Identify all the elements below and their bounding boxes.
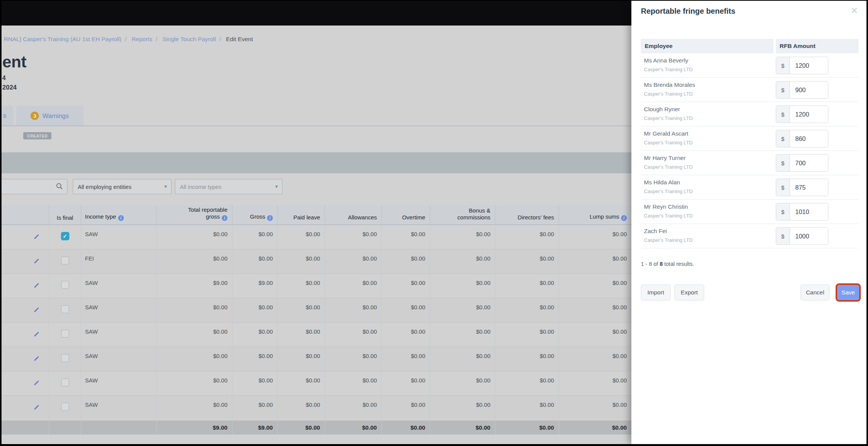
edit-row-button[interactable] <box>2 225 49 249</box>
rfb-table-body: Ms Anna Beverly Casper's Training LTD $ <box>641 53 858 248</box>
gross-cell: $0.00 <box>232 298 277 322</box>
employee-name: Mr Reyn Christin <box>644 203 774 210</box>
rfb-amount-cell: $ <box>776 78 858 102</box>
chevron-down-icon: ▾ <box>275 184 278 189</box>
gross-cell: $0.00 <box>232 249 277 273</box>
edit-row-button[interactable] <box>2 274 49 298</box>
is-final-checkbox[interactable]: ✓ <box>61 281 69 289</box>
rfb-amount-input[interactable] <box>790 155 828 171</box>
currency-prefix: $ <box>776 179 790 196</box>
bonus-commissions-cell: $0.00 <box>430 347 495 371</box>
header-is-final: Is final <box>49 205 81 224</box>
paid-leave-cell: $0.00 <box>277 347 325 371</box>
rfb-amount-input[interactable] <box>790 179 828 196</box>
paid-leave-cell: $0.00 <box>277 298 325 322</box>
rfb-amount-input[interactable] <box>790 130 828 147</box>
paid-leave-cell: $0.00 <box>277 323 325 347</box>
employee-company: Casper's Training LTD <box>644 91 774 97</box>
import-button[interactable]: Import <box>641 285 671 301</box>
info-icon[interactable]: i <box>621 215 627 221</box>
breadcrumb-link[interactable]: Reports <box>131 36 152 42</box>
rfb-amount-input[interactable] <box>790 106 828 123</box>
total-reportable-gross-cell: $0.00 <box>156 249 232 273</box>
overtime-cell: $0.00 <box>381 274 430 298</box>
bonus-commissions-cell: $0.00 <box>430 249 495 273</box>
rfb-amount-input-group: $ <box>776 203 828 221</box>
edit-row-button[interactable] <box>2 298 49 322</box>
bonus-commissions-total: $0.00 <box>430 420 495 435</box>
bonus-commissions-cell: $0.00 <box>430 298 495 322</box>
lump-sums-total: $0.00 <box>559 420 631 435</box>
employee-company: Casper's Training LTD <box>644 237 774 243</box>
employing-entities-dropdown[interactable]: All employing entities ▾ <box>73 179 171 194</box>
overtime-cell: $0.00 <box>381 249 430 273</box>
breadcrumb-link[interactable]: Single Touch Payroll <box>162 36 216 42</box>
lump-sums-cell: $0.00 <box>559 323 631 347</box>
breadcrumb-link[interactable]: RNAL] Casper's Training (AU 1st EH Payro… <box>4 36 122 42</box>
tab-bar: s 3 Warnings <box>2 106 631 126</box>
employee-name: Ms Hilda Alan <box>644 179 774 186</box>
edit-row-button[interactable] <box>2 323 49 347</box>
edit-row-button[interactable] <box>2 249 49 273</box>
rfb-amount-cell: $ <box>776 126 858 150</box>
is-final-cell: ✓ <box>49 274 81 298</box>
bonus-commissions-cell: $0.00 <box>430 323 495 347</box>
is-final-checkbox[interactable]: ✓ <box>61 305 69 313</box>
gross-cell: $0.00 <box>232 396 277 420</box>
total-reportable-gross-cell: $9.00 <box>156 274 232 298</box>
header-gross: Grossi <box>232 205 277 224</box>
warnings-count-badge: 3 <box>30 112 39 120</box>
cancel-button[interactable]: Cancel <box>801 285 830 301</box>
breadcrumb-link[interactable]: Edit Event <box>226 36 253 42</box>
employee-company: Casper's Training LTD <box>644 140 774 145</box>
rfb-amount-input[interactable] <box>790 57 828 74</box>
export-button[interactable]: Export <box>674 285 704 301</box>
table-row: ✓ SAW $0.00 $0.00 $0.00 $0.00 $0.00 $0.0… <box>2 298 631 322</box>
employee-company: Casper's Training LTD <box>644 67 774 72</box>
currency-prefix: $ <box>776 106 790 123</box>
rfb-amount-input[interactable] <box>790 82 828 98</box>
directors-fees-cell: $0.00 <box>495 225 559 249</box>
income-type-cell: SAW <box>81 347 156 371</box>
table-row: ✓ FEI $0.00 $0.00 $0.00 $0.00 $0.00 $0.0… <box>2 249 631 273</box>
edit-row-button[interactable] <box>2 347 49 371</box>
section-header-band <box>2 152 631 173</box>
is-final-checkbox[interactable]: ✓ <box>61 329 69 338</box>
directors-fees-cell: $0.00 <box>495 347 559 371</box>
rfb-amount-cell: $ <box>776 175 858 199</box>
edit-row-button[interactable] <box>2 396 49 420</box>
info-icon[interactable]: i <box>222 215 227 221</box>
bonus-commissions-cell: $0.00 <box>430 225 495 249</box>
total-reportable-gross-cell: $0.00 <box>156 298 232 322</box>
paid-leave-cell: $0.00 <box>277 274 325 298</box>
close-icon[interactable]: ✕ <box>850 5 858 16</box>
edit-row-button[interactable] <box>2 371 49 395</box>
reportable-fringe-benefits-drawer: Reportable fringe benefits ✕ Employee RF… <box>631 1 866 444</box>
rfb-amount-input[interactable] <box>790 228 828 245</box>
total-reportable-gross-cell: $0.00 <box>156 371 232 395</box>
is-final-checkbox[interactable]: ✓ <box>61 403 69 411</box>
info-icon[interactable]: i <box>118 215 124 221</box>
is-final-checkbox[interactable]: ✓ <box>61 378 69 387</box>
paid-leave-cell: $0.00 <box>277 371 325 395</box>
rfb-amount-input[interactable] <box>790 203 828 220</box>
rfb-amount-cell: $ <box>776 102 858 126</box>
allowances-cell: $0.00 <box>325 298 381 322</box>
income-types-dropdown[interactable]: All income types ▾ <box>175 179 282 194</box>
rfb-amount-input-group: $ <box>776 106 828 123</box>
table-row: ✓ SAW $9.00 $9.00 $0.00 $0.00 $0.00 $0.0… <box>2 273 631 298</box>
tab-warnings[interactable]: 3 Warnings <box>16 106 83 126</box>
currency-prefix: $ <box>776 228 790 245</box>
search-input[interactable] <box>2 179 67 194</box>
breadcrumb-separator: / <box>125 36 127 42</box>
save-button[interactable]: Save <box>837 285 859 300</box>
income-type-cell: SAW <box>81 396 156 420</box>
pencil-icon <box>33 331 40 337</box>
is-final-checkbox[interactable]: ✓ <box>61 256 69 265</box>
is-final-checkbox[interactable]: ✓ <box>61 354 69 362</box>
tab-partial[interactable]: s <box>2 106 13 126</box>
rfb-table-row: Zach Fei Casper's Training LTD $ <box>641 224 858 248</box>
info-icon[interactable]: i <box>267 215 273 221</box>
is-final-checkbox[interactable]: ✓ <box>61 232 69 240</box>
overtime-cell: $0.00 <box>381 225 430 249</box>
